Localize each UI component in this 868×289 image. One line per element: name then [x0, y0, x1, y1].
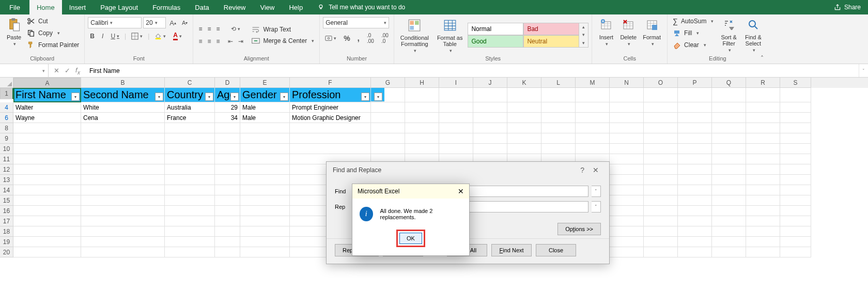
cell-S11[interactable] — [780, 154, 811, 164]
cell-Q8[interactable] — [712, 123, 746, 133]
cell-S16[interactable] — [780, 206, 811, 216]
cell-P6[interactable] — [678, 113, 712, 123]
cell-R10[interactable] — [746, 144, 780, 154]
decrease-indent-button[interactable]: ⇤ — [226, 37, 235, 46]
cell-O12[interactable] — [644, 164, 678, 175]
cell-S18[interactable] — [780, 226, 811, 237]
cell-K4[interactable] — [507, 102, 541, 113]
cell-S1[interactable] — [780, 88, 811, 102]
cell-B17[interactable] — [81, 216, 165, 226]
cell-D4[interactable]: 29 — [215, 102, 240, 113]
column-header-R[interactable]: R — [746, 78, 780, 88]
style-normal[interactable]: Normal — [468, 23, 523, 35]
column-header-M[interactable]: M — [576, 78, 610, 88]
cell-G6[interactable] — [371, 113, 405, 123]
cell-F8[interactable] — [290, 123, 371, 133]
column-header-C[interactable]: C — [165, 78, 215, 88]
cell-C8[interactable] — [165, 123, 215, 133]
cell-B4[interactable]: White — [81, 102, 165, 113]
cell-O1[interactable] — [644, 88, 678, 102]
header-cell-E[interactable]: Gender▾ — [240, 88, 290, 102]
cell-O14[interactable] — [644, 185, 678, 195]
find-next-button[interactable]: Find Next — [491, 244, 532, 256]
cell-styles-gallery[interactable]: Normal Bad Good Neutral — [468, 23, 579, 48]
column-header-E[interactable]: E — [240, 78, 290, 88]
cell-N17[interactable] — [610, 216, 644, 226]
column-header-A[interactable]: A — [13, 78, 81, 89]
tab-file[interactable]: File — [0, 0, 29, 14]
filter-button[interactable]: ▾ — [230, 93, 239, 101]
cell-S8[interactable] — [780, 123, 811, 133]
row-header-1[interactable]: 1 — [0, 88, 13, 99]
column-header-H[interactable]: H — [405, 78, 439, 88]
cell-B11[interactable] — [81, 154, 165, 164]
cell-E13[interactable] — [240, 175, 290, 185]
cell-R11[interactable] — [746, 154, 780, 164]
align-center-button[interactable]: ≡ — [205, 37, 213, 46]
cell-K8[interactable] — [507, 123, 541, 133]
cell-H10[interactable] — [405, 144, 439, 154]
cell-C13[interactable] — [165, 175, 215, 185]
cut-button[interactable]: Cut — [25, 17, 81, 26]
paste-button[interactable]: Paste ▾ — [3, 16, 25, 48]
decrease-decimal-button[interactable]: .00.0 — [379, 32, 391, 45]
cell-N12[interactable] — [610, 164, 644, 175]
row-header-15[interactable]: 15 — [0, 195, 13, 206]
cell-S15[interactable] — [780, 195, 811, 206]
cell-D11[interactable] — [215, 154, 240, 164]
find-select-button[interactable]: Find & Select▾ — [742, 16, 765, 54]
cell-N19[interactable] — [610, 237, 644, 247]
replace-with-dropdown[interactable]: ˅ — [592, 201, 601, 212]
cell-A9[interactable] — [13, 133, 81, 144]
column-header-G[interactable]: G — [371, 78, 405, 88]
cell-O19[interactable] — [644, 237, 678, 247]
cell-D15[interactable] — [215, 195, 240, 206]
cell-K10[interactable] — [507, 144, 541, 154]
cell-C12[interactable] — [165, 164, 215, 175]
cell-A18[interactable] — [13, 226, 81, 237]
cell-C10[interactable] — [165, 144, 215, 154]
cell-A4[interactable]: Walter — [13, 102, 81, 113]
cell-P12[interactable] — [678, 164, 712, 175]
close-button[interactable]: Close — [536, 244, 576, 256]
alert-close-button[interactable]: ✕ — [458, 187, 464, 195]
cell-I9[interactable] — [439, 133, 473, 144]
cell-O10[interactable] — [644, 144, 678, 154]
align-middle-button[interactable]: ≡ — [205, 24, 213, 34]
cell-C9[interactable] — [165, 133, 215, 144]
cell-O15[interactable] — [644, 195, 678, 206]
comma-button[interactable]: , — [355, 32, 362, 45]
cell-R6[interactable] — [746, 113, 780, 123]
cell-S13[interactable] — [780, 175, 811, 185]
accounting-format-button[interactable]: ▾ — [323, 32, 338, 45]
cell-S9[interactable] — [780, 133, 811, 144]
align-top-button[interactable]: ≡ — [196, 24, 204, 34]
cell-B14[interactable] — [81, 185, 165, 195]
find-what-dropdown[interactable]: ˅ — [592, 186, 601, 197]
filter-button[interactable]: ▾ — [71, 93, 80, 101]
cell-E19[interactable] — [240, 237, 290, 247]
cell-I8[interactable] — [439, 123, 473, 133]
column-header-N[interactable]: N — [610, 78, 644, 88]
dialog-close-button[interactable]: ✕ — [588, 166, 603, 174]
cell-J10[interactable] — [473, 144, 507, 154]
cell-P4[interactable] — [678, 102, 712, 113]
tab-page-layout[interactable]: Page Layout — [93, 0, 145, 14]
cell-Q11[interactable] — [712, 154, 746, 164]
cell-O8[interactable] — [644, 123, 678, 133]
cell-R14[interactable] — [746, 185, 780, 195]
italic-button[interactable]: I — [100, 32, 105, 41]
cell-N13[interactable] — [610, 175, 644, 185]
cell-Q17[interactable] — [712, 216, 746, 226]
cell-O17[interactable] — [644, 216, 678, 226]
cell-J6[interactable] — [473, 113, 507, 123]
cell-I6[interactable] — [439, 113, 473, 123]
cell-H1[interactable] — [405, 88, 439, 102]
cell-B20[interactable] — [81, 247, 165, 257]
collapse-ribbon-button[interactable]: ˄ — [758, 54, 766, 63]
style-bad[interactable]: Bad — [523, 23, 579, 35]
tab-data[interactable]: Data — [188, 0, 216, 14]
style-good[interactable]: Good — [468, 35, 523, 48]
cell-R19[interactable] — [746, 237, 780, 247]
cell-A12[interactable] — [13, 164, 81, 175]
